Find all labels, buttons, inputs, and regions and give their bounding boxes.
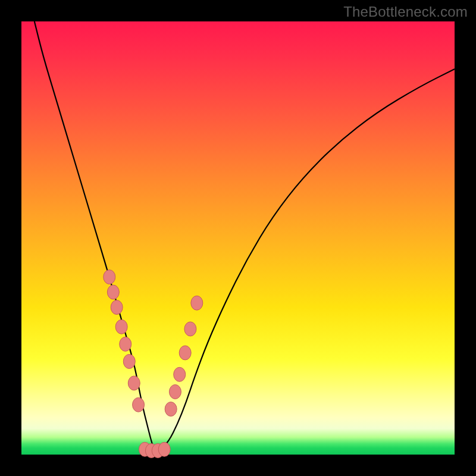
data-marker [174, 367, 186, 381]
curve-path [35, 21, 455, 451]
data-marker [179, 346, 191, 360]
chart-overlay [21, 21, 455, 455]
data-marker [104, 270, 115, 284]
data-marker [128, 376, 140, 390]
data-marker [120, 337, 131, 351]
chart-frame: TheBottleneck.com [0, 0, 476, 476]
bottleneck-curve [35, 21, 455, 451]
data-marker [184, 322, 196, 336]
data-marker [169, 384, 181, 399]
data-markers [104, 270, 203, 458]
data-marker [111, 300, 123, 314]
data-marker [115, 320, 127, 334]
watermark-text: TheBottleneck.com [343, 4, 468, 20]
data-marker [107, 285, 119, 299]
data-marker [191, 296, 203, 310]
data-marker [133, 397, 145, 412]
data-marker [123, 354, 135, 368]
data-marker [158, 442, 170, 456]
data-marker [165, 402, 177, 416]
